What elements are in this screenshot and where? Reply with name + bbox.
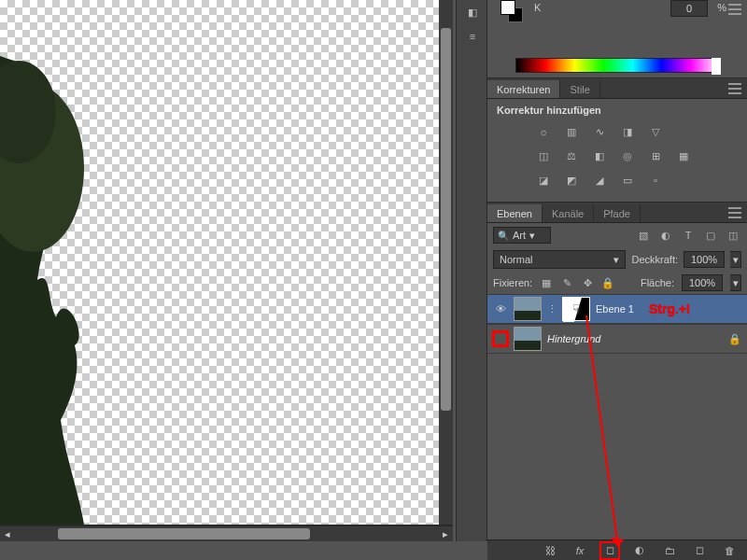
panel-menu-icon[interactable] (728, 4, 741, 15)
layer-mask-thumbnail[interactable]: ☟ (562, 297, 590, 321)
add-mask-icon[interactable]: ◻ (601, 543, 618, 558)
exposure-icon[interactable]: ◨ (618, 123, 637, 140)
blend-opacity-row: Normal ▾ Deckkraft: 100% ▾ (487, 247, 747, 272)
fill-label: Fläche: (641, 277, 674, 288)
panel-menu-icon[interactable] (728, 207, 741, 218)
filter-shape-icon[interactable]: ▢ (702, 227, 719, 244)
color-spectrum[interactable] (515, 58, 721, 73)
lock-fill-row: Fixieren: ▦ ✎ ✥ 🔒 Fläche: 100% ▾ (487, 272, 747, 294)
invert-icon[interactable]: ◪ (534, 172, 553, 189)
gradient-map-icon[interactable]: ▭ (618, 172, 637, 189)
new-adjustment-layer-icon[interactable]: ◐ (631, 543, 648, 558)
new-layer-icon[interactable]: ◻ (691, 543, 708, 558)
eye-icon: 👁 (496, 303, 506, 315)
new-group-icon[interactable]: 🗀 (661, 543, 678, 558)
threshold-icon[interactable]: ◢ (590, 172, 609, 189)
layer-row[interactable]: Hintergrund 🔒 (487, 324, 747, 354)
layers-panel: Ebenen Kanäle Pfade 🔍 Art ▾ ▧ ◐ T ▢ ◫ No… (487, 203, 747, 354)
collapsed-panel-icon[interactable]: ≡ (457, 24, 488, 49)
foreground-color-swatch[interactable] (500, 0, 515, 15)
image-content (0, 56, 103, 525)
scroll-left-icon[interactable]: ◂ (2, 528, 13, 539)
color-lookup-icon[interactable]: ▦ (674, 147, 693, 164)
tab-kanaele[interactable]: Kanäle (543, 204, 594, 222)
lock-all-icon[interactable]: 🔒 (601, 276, 614, 289)
layers-tabs: Ebenen Kanäle Pfade (487, 203, 747, 223)
photo-filter-icon[interactable]: ◎ (618, 147, 637, 164)
vscroll-thumb[interactable] (441, 28, 451, 411)
panel-menu-icon[interactable] (728, 83, 741, 94)
layer-thumbnail[interactable] (514, 327, 542, 351)
opacity-dropdown-icon[interactable]: ▾ (730, 251, 741, 268)
layer-filter-select[interactable]: 🔍 Art ▾ (493, 227, 551, 244)
horizontal-scrollbar[interactable]: ◂ ▸ (0, 526, 453, 541)
brightness-icon[interactable]: ☼ (534, 123, 553, 140)
panels-column: K 0 % Korrekturen Stile Korrektur hinzuf… (487, 0, 747, 560)
tab-pfade[interactable]: Pfade (594, 204, 641, 222)
layer-list: 👁 ⋮ ☟ Ebene 1 Strg.+I Hintergrund 🔒 (487, 294, 747, 354)
link-layers-icon[interactable]: ⛓ (542, 543, 558, 558)
tab-ebenen[interactable]: Ebenen (487, 204, 543, 222)
vertical-scrollbar[interactable] (439, 0, 453, 525)
adjustments-tabs: Korrekturen Stile (487, 78, 747, 99)
selective-color-icon[interactable]: ▫ (646, 172, 665, 189)
chevron-down-icon: ▾ (529, 230, 535, 242)
tab-stile[interactable]: Stile (560, 80, 599, 98)
fill-input[interactable]: 100% (682, 274, 723, 291)
color-unit-label: % (717, 2, 726, 13)
layer-name[interactable]: Hintergrund (547, 333, 600, 344)
fill-dropdown-icon[interactable]: ▾ (730, 274, 741, 291)
chevron-down-icon: ▾ (613, 254, 619, 266)
collapsed-panel-strip: ◧ ≡ (456, 0, 487, 541)
levels-icon[interactable]: ▥ (562, 123, 581, 140)
layer-thumbnail[interactable] (514, 297, 542, 321)
color-value-input[interactable]: 0 (670, 0, 708, 17)
layer-fx-icon[interactable]: fx (571, 543, 588, 558)
vibrance-icon[interactable]: ▽ (646, 123, 665, 140)
filter-pixel-icon[interactable]: ▧ (635, 227, 652, 244)
lock-paint-icon[interactable]: ✎ (560, 276, 573, 289)
visibility-toggle[interactable] (493, 331, 508, 346)
curves-icon[interactable]: ∿ (590, 123, 609, 140)
lock-icon: 🔒 (728, 333, 741, 345)
mask-link-icon[interactable]: ⋮ (547, 303, 557, 315)
lock-position-icon[interactable]: ✥ (581, 276, 594, 289)
blend-mode-value: Normal (500, 254, 532, 265)
bw-icon[interactable]: ◧ (590, 147, 609, 164)
opacity-input[interactable]: 100% (684, 251, 725, 268)
layer-filter-bar: 🔍 Art ▾ ▧ ◐ T ▢ ◫ (487, 223, 747, 247)
scroll-right-icon[interactable]: ▸ (440, 528, 451, 539)
adjustment-icons-row-2: ◫ ⚖ ◧ ◎ ⊞ ▦ (487, 144, 747, 168)
canvas[interactable] (0, 0, 439, 525)
visibility-toggle[interactable]: 👁 (493, 301, 508, 316)
filter-type-icon[interactable]: T (680, 227, 697, 244)
adjustments-title: Korrektur hinzufügen (487, 99, 747, 119)
layer-panel-buttons: ⛓ fx ◻ ◐ 🗀 ◻ 🗑 (487, 539, 747, 560)
layer-row[interactable]: 👁 ⋮ ☟ Ebene 1 Strg.+I (487, 294, 747, 324)
lock-label: Fixieren: (493, 277, 532, 288)
collapsed-panel-icon[interactable]: ◧ (457, 0, 488, 24)
document-window: ◂ ▸ (0, 0, 453, 541)
hue-icon[interactable]: ◫ (534, 147, 553, 164)
delete-layer-icon[interactable]: 🗑 (721, 543, 738, 558)
posterize-icon[interactable]: ◩ (562, 172, 581, 189)
filter-smart-icon[interactable]: ◫ (725, 227, 741, 244)
lock-transparency-icon[interactable]: ▦ (540, 276, 553, 289)
annotation-text: Strg.+I (649, 301, 690, 316)
color-channel-label: K (534, 2, 541, 13)
blend-mode-select[interactable]: Normal ▾ (493, 250, 626, 269)
tab-korrekturen[interactable]: Korrekturen (487, 80, 560, 98)
adjustments-panel: Korrekturen Stile Korrektur hinzufügen ☼… (487, 78, 747, 203)
layer-filter-label: Art (513, 230, 526, 241)
hscroll-thumb[interactable] (58, 528, 310, 539)
channel-mixer-icon[interactable]: ⊞ (646, 147, 665, 164)
cursor-icon: ☟ (572, 301, 581, 316)
layer-name[interactable]: Ebene 1 (596, 303, 634, 315)
filter-adjustment-icon[interactable]: ◐ (657, 227, 674, 244)
search-icon: 🔍 (498, 231, 509, 241)
foreground-background-swatch[interactable] (500, 0, 523, 22)
visibility-off-icon (495, 331, 506, 346)
color-balance-icon[interactable]: ⚖ (562, 147, 581, 164)
adjustment-icons-row-3: ◪ ◩ ◢ ▭ ▫ (487, 168, 747, 192)
opacity-label: Deckkraft: (631, 254, 678, 265)
